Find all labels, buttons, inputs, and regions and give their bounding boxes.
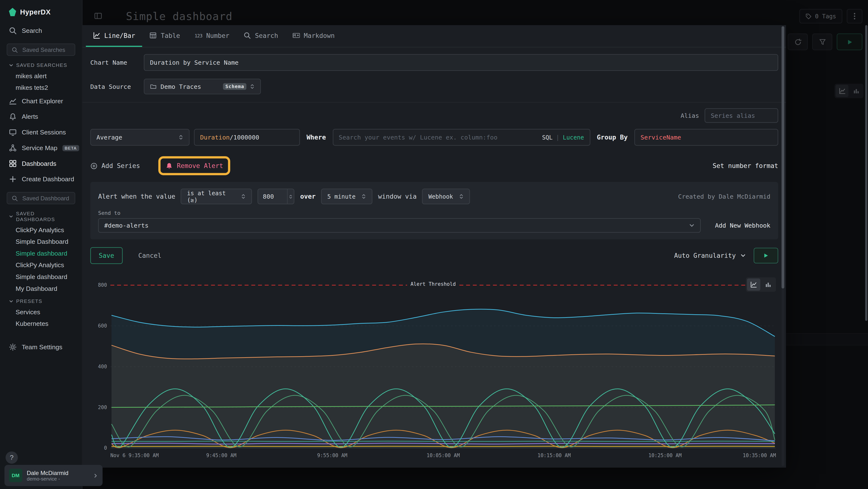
add-new-webhook-button[interactable]: Add New Webhook xyxy=(715,222,771,229)
create-dashboard-button[interactable]: Create Dashboard xyxy=(0,171,82,187)
data-source-select[interactable]: Demo Traces Schema xyxy=(144,79,261,94)
folder-icon xyxy=(150,83,157,90)
y-axis-labels: 0200400600800 xyxy=(90,277,107,450)
dashboard-item-simple-dashboard-2[interactable]: Simple dashboard xyxy=(0,247,82,259)
sidebar-item-dashboards[interactable]: Dashboards xyxy=(0,156,82,171)
tab-search[interactable]: Search xyxy=(237,25,285,47)
saved-dashboards-search xyxy=(7,192,75,204)
alert-condition-select[interactable]: is at least (≥) xyxy=(181,189,252,204)
alert-condition-row: Alert when the value is at least (≥) ove… xyxy=(98,189,770,204)
saved-search-mikes-alert[interactable]: mikes alert xyxy=(0,70,82,82)
edit-chart-modal: Line/BarTable123NumberSearchMarkdown Cha… xyxy=(83,25,786,467)
saved-searches-input[interactable] xyxy=(21,46,70,54)
user-menu[interactable]: DM Dale McDiarmid demo-service - xyxy=(4,465,102,486)
threshold-stepper[interactable] xyxy=(287,189,294,204)
remove-alert-button[interactable]: Remove Alert xyxy=(166,162,223,169)
alert-channel-select[interactable]: Webhook xyxy=(422,189,470,204)
saved-dashboards-input[interactable] xyxy=(21,194,70,202)
field-name: Duration xyxy=(200,134,229,141)
sidebar-item-alerts[interactable]: Alerts xyxy=(0,109,82,124)
chevron-down-icon xyxy=(9,214,13,219)
markdown-icon xyxy=(293,32,300,39)
divider xyxy=(83,102,786,103)
chart-plot xyxy=(111,283,776,450)
alert-via-label: window via xyxy=(378,193,416,200)
chart-type-toggle xyxy=(746,277,776,292)
preset-item-kubernetes[interactable]: Kubernetes xyxy=(0,318,82,329)
saved-searches-search xyxy=(7,44,75,56)
servicemap-icon xyxy=(9,144,17,151)
plus-circle-icon xyxy=(90,162,98,169)
modal-scrollbar[interactable] xyxy=(781,26,784,466)
lang-lucene[interactable]: Lucene xyxy=(563,134,584,141)
send-to-label: Send to xyxy=(98,210,770,216)
caret-updown-icon xyxy=(459,193,464,200)
user-name: Dale McDiarmid xyxy=(27,469,68,476)
preview-chart: 0200400600800 Alert Threshold Nov 6 9:35… xyxy=(90,277,776,464)
aggregation-select[interactable]: Average xyxy=(90,129,190,146)
bar-chart-toggle[interactable] xyxy=(762,279,775,291)
saved-search-mikes-tets2[interactable]: mikes tets2 xyxy=(0,82,82,93)
dashboard-item-simple-dashboard-4[interactable]: Simple dashboard xyxy=(0,270,82,282)
dashboard-item-simple-dashboard-1[interactable]: Simple Dashboard xyxy=(0,236,82,248)
dashboard-item-clickpy-analytics-0[interactable]: ClickPy Analytics xyxy=(0,224,82,236)
chevron-down-icon xyxy=(9,63,13,67)
webhook-select[interactable]: #demo-alerts xyxy=(98,218,701,233)
y-tick-600: 600 xyxy=(98,322,107,329)
x-tick-10-15-00-am: 10:15:00 AM xyxy=(537,453,571,458)
add-series-button[interactable]: Add Series xyxy=(90,162,140,169)
tab-line-bar[interactable]: Line/Bar xyxy=(86,25,142,47)
schema-badge: Schema xyxy=(223,83,246,90)
dashboard-item-clickpy-analytics-3[interactable]: ClickPy Analytics xyxy=(0,259,82,271)
cancel-button[interactable]: Cancel xyxy=(138,252,161,259)
field-input[interactable]: Duration/1000000 xyxy=(194,129,300,146)
group-by-label: Group By xyxy=(597,134,628,141)
saved-searches-header[interactable]: SAVED SEARCHES xyxy=(0,58,82,70)
preset-item-services[interactable]: Services xyxy=(0,306,82,318)
saved-dashboards-header[interactable]: SAVED DASHBOARDS xyxy=(0,206,82,224)
alert-window-select[interactable]: 5 minute xyxy=(321,189,373,204)
presets-header[interactable]: PRESETS xyxy=(0,294,82,306)
modal-scrollbar-thumb[interactable] xyxy=(781,26,784,289)
play-icon xyxy=(763,253,769,258)
granularity-select[interactable]: Auto Granularity xyxy=(674,252,746,259)
alert-threshold-input xyxy=(258,189,294,204)
sidebar-item-chart-explorer[interactable]: Chart Explorer xyxy=(0,93,82,109)
dashboard-item-my-dashboard-5[interactable]: My Dashboard xyxy=(0,282,82,294)
modal-body: Chart Name Data Source Demo Traces Schem… xyxy=(83,48,786,264)
alert-threshold-label: Alert Threshold xyxy=(407,281,459,287)
save-button[interactable]: Save xyxy=(90,247,123,264)
run-chart-button[interactable] xyxy=(754,248,778,264)
y-tick-800: 800 xyxy=(98,282,107,289)
data-source-row: Data Source Demo Traces Schema xyxy=(90,79,778,94)
search-icon xyxy=(9,27,17,34)
alert-threshold-value[interactable] xyxy=(258,189,287,204)
set-number-format-button[interactable]: Set number format xyxy=(712,162,778,169)
sidebar-item-search[interactable]: Search xyxy=(0,23,82,39)
where-input[interactable]: Search your events w/ Lucene ex. column:… xyxy=(333,129,590,146)
tab-table[interactable]: Table xyxy=(142,25,187,47)
group-by-input[interactable]: ServiceName xyxy=(634,129,778,146)
y-tick-200: 200 xyxy=(98,404,107,411)
bar-chart-icon xyxy=(765,281,772,288)
tab-number[interactable]: 123Number xyxy=(187,25,237,47)
x-tick-nov-6-9-35-00-am: Nov 6 9:35:00 AM xyxy=(111,453,159,458)
query-language-toggle[interactable]: SQL | Lucene xyxy=(542,134,584,141)
avatar: DM xyxy=(9,469,22,482)
help-button[interactable]: ? xyxy=(5,451,18,464)
modal-footer: Save Cancel Auto Granularity xyxy=(90,247,778,264)
lang-sql[interactable]: SQL xyxy=(542,134,553,141)
sidebar-item-team-settings[interactable]: Team Settings xyxy=(0,339,82,355)
line-chart-toggle[interactable] xyxy=(747,279,760,291)
user-subtitle: demo-service - xyxy=(27,476,68,482)
x-tick-10-05-00-am: 10:05:00 AM xyxy=(427,453,460,458)
tab-markdown[interactable]: Markdown xyxy=(285,25,342,47)
series-alias-input[interactable] xyxy=(705,108,778,123)
sidebar-item-client-sessions[interactable]: Client Sessions xyxy=(0,124,82,140)
app-root: HyperDX Search SAVED SEARCHES mikes aler… xyxy=(0,0,868,489)
brand-row: HyperDX xyxy=(0,0,82,23)
page-scrollbar[interactable] xyxy=(865,25,867,321)
remove-alert-wrap: Remove Alert xyxy=(166,162,223,169)
chart-name-input[interactable] xyxy=(144,54,778,71)
sidebar-item-service-map[interactable]: Service MapBETA xyxy=(0,140,82,156)
